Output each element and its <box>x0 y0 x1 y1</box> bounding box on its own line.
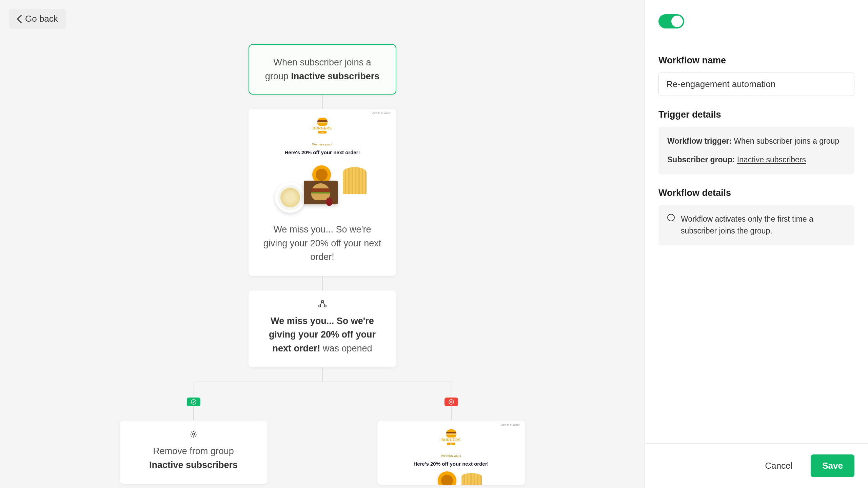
email-node-2[interactable]: View in browser BURGERS co! We miss you … <box>377 421 525 485</box>
connector <box>322 95 323 109</box>
workflow-canvas-area: Go back When subscriber joins a group In… <box>0 0 645 488</box>
branch-yes: Remove from group Inactive subscribers <box>120 402 268 485</box>
trigger-details-label: Trigger details <box>658 109 854 120</box>
svg-point-1 <box>319 305 321 307</box>
email-thumbnail-2: View in browser BURGERS co! We miss you … <box>377 421 525 485</box>
brand-logo: BURGERS co! <box>312 118 333 137</box>
workflow-details-label: Workflow details <box>658 188 854 198</box>
workflow-enabled-toggle[interactable] <box>658 14 684 28</box>
sidebar-footer: Cancel Save <box>645 443 868 488</box>
condition-text: We miss you... So we're giving your 20% … <box>262 314 383 355</box>
check-circle-icon <box>191 399 196 405</box>
condition-node[interactable]: We miss you... So we're giving your 20% … <box>249 290 396 368</box>
email-thumbnail: View in browser BURGERS co! We miss you … <box>249 109 396 214</box>
workflow-details-box: Workflow activates only the first time a… <box>658 205 854 245</box>
connector <box>193 406 194 421</box>
svg-point-0 <box>321 300 323 302</box>
trigger-row: Subscriber group: Inactive subscribers <box>667 154 846 166</box>
branch-container: Remove from group Inactive subscribers <box>194 367 451 485</box>
svg-point-2 <box>324 305 326 307</box>
trigger-node[interactable]: When subscriber joins a group Inactive s… <box>249 44 396 95</box>
trigger-row: Workflow trigger: When subscriber joins … <box>667 135 846 147</box>
gear-icon <box>133 430 254 440</box>
connector <box>451 406 452 421</box>
connector <box>322 276 323 290</box>
workflow-name-input[interactable] <box>658 73 854 96</box>
workflow-name-label: Workflow name <box>658 55 854 66</box>
email-caption: We miss you... So we're giving your 20% … <box>249 214 396 276</box>
save-button[interactable]: Save <box>811 454 854 477</box>
split-icon <box>262 300 383 309</box>
info-icon <box>667 214 675 223</box>
action-node-remove[interactable]: Remove from group Inactive subscribers <box>120 421 268 484</box>
workflow-details-text: Workflow activates only the first time a… <box>681 213 846 237</box>
chevron-left-icon <box>17 15 22 23</box>
subscriber-group-link[interactable]: Inactive subscribers <box>737 155 806 164</box>
trigger-details-box: Workflow trigger: When subscriber joins … <box>658 127 854 174</box>
action-text: Remove from group Inactive subscribers <box>133 444 254 472</box>
success-badge <box>187 398 200 406</box>
go-back-label: Go back <box>25 14 58 24</box>
trigger-text: When subscriber joins a group Inactive s… <box>263 56 382 83</box>
brand-logo: BURGERS co! <box>440 429 462 448</box>
email-node-1[interactable]: View in browser BURGERS co! We miss you … <box>249 109 396 276</box>
fail-badge <box>445 398 458 406</box>
svg-point-4 <box>193 433 195 435</box>
x-circle-icon <box>449 399 454 405</box>
sidebar: Workflow name Trigger details Workflow t… <box>645 0 868 488</box>
food-image <box>278 162 367 206</box>
food-image-2 <box>414 471 489 485</box>
branch-no: View in browser BURGERS co! We miss you … <box>377 402 525 485</box>
cancel-button[interactable]: Cancel <box>753 454 804 477</box>
go-back-button[interactable]: Go back <box>9 9 66 29</box>
